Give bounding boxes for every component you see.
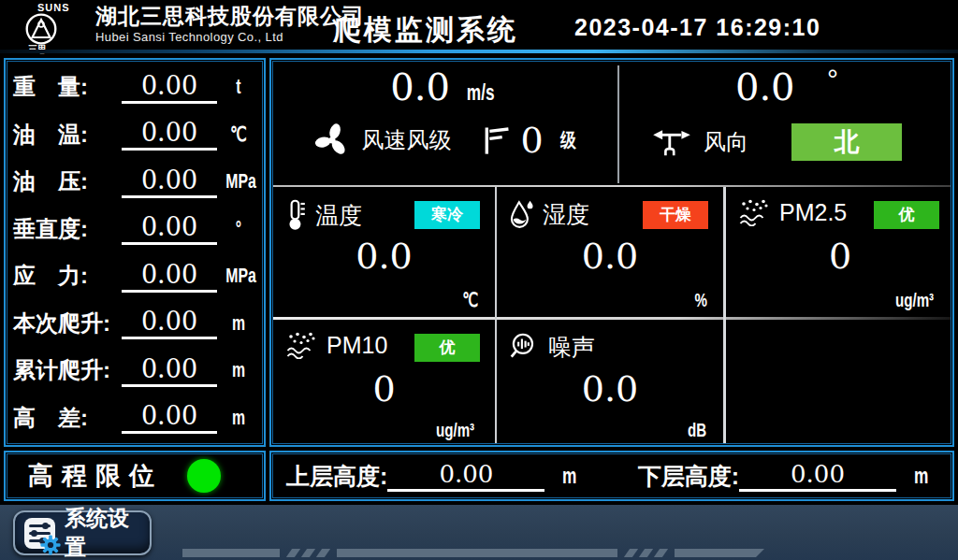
elevation-limit-label: 高程限位: [28, 459, 163, 493]
humidity-unit: %: [695, 289, 707, 311]
wind-level-value: 0: [520, 120, 543, 161]
wind-speed-display: 0.0 m/s: [273, 65, 617, 108]
pm25-value: 0: [726, 236, 954, 277]
measurement-value: 0.00: [122, 212, 217, 245]
wind-direction-cell: 0.0 ° 风向 北: [619, 62, 954, 185]
pm10-value: 0: [273, 368, 495, 409]
measurement-unit: m: [225, 311, 251, 336]
temperature-label: 温度: [315, 200, 362, 231]
layer-heights-box: 上层高度: 0.00 m 下层高度: 0.00 m: [269, 451, 954, 501]
upper-height-label: 上层高度:: [286, 461, 387, 492]
pm25-cell: PM2.5 优 0 ug/m³: [726, 187, 954, 317]
measurement-label: 垂直度:: [13, 214, 118, 244]
measurement-unit: m: [225, 406, 251, 430]
measurement-row-oil-pressure: 油 压: 0.00 MPa: [13, 159, 256, 204]
wind-direction-value: 0.0: [735, 65, 795, 108]
elevation-status-light: [187, 459, 221, 493]
wind-vane-icon: [651, 126, 692, 158]
temperature-unit: ℃: [463, 289, 479, 311]
wind-speed-value: 0.0: [390, 65, 450, 108]
upper-height-value: 0.00: [387, 460, 544, 492]
measurement-value: 0.00: [122, 260, 217, 293]
wind-speed-unit: m/s: [467, 79, 495, 106]
measurement-row-weight: 重 量: 0.00 t: [13, 65, 256, 109]
lower-height-label: 下层高度:: [638, 461, 739, 492]
noise-cell: 噪声 0.0 dB: [497, 320, 723, 447]
wind-speed-label: 风速风级: [361, 125, 451, 155]
settings-button[interactable]: 系统设置: [13, 510, 152, 555]
pm25-unit: ug/m³: [895, 289, 934, 311]
wind-level-icon: [483, 123, 511, 157]
measurement-label: 应 力:: [13, 261, 118, 291]
measurement-label: 高 差:: [13, 403, 118, 433]
upper-height-unit: m: [562, 463, 576, 489]
pm25-status-badge: 优: [874, 201, 939, 229]
humidity-cell: 湿度 干燥 0.0 %: [497, 187, 723, 317]
measurement-row-height-diff: 高 差: 0.00 m: [13, 395, 256, 440]
pm25-label: PM2.5: [779, 199, 847, 226]
pm10-status-badge: 优: [414, 334, 480, 362]
measurement-label: 本次爬升:: [13, 309, 118, 338]
pm10-label: PM10: [327, 332, 387, 359]
wind-level-unit: 级: [560, 127, 576, 153]
lower-height-unit: m: [914, 463, 928, 489]
measurement-value: 0.00: [122, 354, 217, 387]
measurement-unit: t: [225, 75, 251, 99]
measurement-row-verticality: 垂直度: 0.00 °: [13, 207, 256, 251]
measurement-panel: 重 量: 0.00 t 油 温: 0.00 ℃ 油 压: 0.00 MPa 垂直…: [4, 58, 266, 447]
measurement-label: 油 压:: [13, 166, 118, 196]
settings-button-label: 系统设置: [65, 504, 140, 560]
measurement-value: 0.00: [122, 401, 217, 434]
wind-direction-badge: 北: [791, 123, 902, 161]
sliders-icon: [24, 518, 55, 549]
measurement-unit: MPa: [225, 169, 251, 194]
footer-stripes: [182, 549, 764, 557]
droplet-icon: [508, 198, 534, 230]
measurement-value: 0.00: [122, 165, 217, 198]
company-name-cn: 湖北三思科技股份有限公司: [95, 5, 365, 28]
header-bar: SUNS 三思 湖北三思科技股份有限公司 Hubei Sansi Technol…: [0, 0, 958, 49]
humidity-value: 0.0: [497, 236, 723, 277]
upper-height-group: 上层高度: 0.00 m: [286, 460, 580, 492]
environment-panel: 0.0 m/s 风速风级: [269, 58, 954, 447]
measurement-row-total-climb: 累计爬升: 0.00 m: [13, 348, 256, 393]
noise-unit: dB: [688, 419, 706, 441]
datetime-display: 2023-04-17 16:29:10: [574, 14, 820, 41]
company-name-en: Hubei Sansi Technology Co., Ltd: [95, 30, 365, 44]
measurement-label: 重 量:: [13, 72, 118, 102]
lower-height-group: 下层高度: 0.00 m: [638, 460, 932, 492]
sansi-logo-icon: [24, 12, 58, 46]
noise-value: 0.0: [497, 368, 723, 409]
measurement-row-stress: 应 力: 0.00 MPa: [13, 253, 256, 298]
pm10-unit: ug/m³: [436, 419, 474, 441]
wind-direction-unit: °: [827, 64, 838, 94]
company-name: 湖北三思科技股份有限公司 Hubei Sansi Technology Co.,…: [95, 5, 365, 44]
measurement-label: 累计爬升:: [13, 355, 118, 385]
measurement-value: 0.00: [122, 307, 217, 339]
dust-icon: [284, 331, 318, 359]
thermometer-icon: [284, 198, 307, 232]
measurement-unit: MPa: [225, 264, 251, 288]
temperature-value: 0.0: [273, 236, 495, 277]
wind-direction-label: 风向: [704, 127, 748, 157]
noise-label: 噪声: [548, 332, 595, 363]
wind-speed-cell: 0.0 m/s 风速风级: [273, 62, 617, 185]
footer-bar: 系统设置: [0, 505, 958, 560]
temperature-status-badge: 寒冷: [414, 201, 480, 229]
measurement-value: 0.00: [122, 71, 217, 104]
dust-icon: [737, 198, 771, 226]
measurement-row-current-climb: 本次爬升: 0.00 m: [13, 301, 256, 346]
elevation-limit-box: 高程限位: [4, 451, 266, 501]
humidity-status-badge: 干燥: [643, 201, 708, 229]
measurement-unit: °: [225, 217, 251, 241]
page-title: 爬模监测系统: [333, 11, 518, 50]
lower-height-value: 0.00: [739, 460, 896, 492]
fan-icon: [312, 121, 352, 160]
company-logo: SUNS 三思: [24, 2, 92, 52]
humidity-label: 湿度: [543, 199, 589, 230]
temperature-cell: 温度 寒冷 0.0 ℃: [273, 187, 495, 317]
pm10-cell: PM10 优 0 ug/m³: [273, 320, 495, 447]
noise-icon: [508, 331, 540, 363]
measurement-unit: ℃: [225, 122, 251, 147]
wind-direction-display: 0.0 °: [619, 65, 954, 108]
